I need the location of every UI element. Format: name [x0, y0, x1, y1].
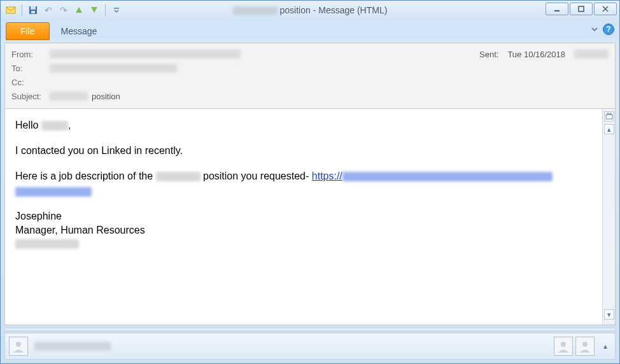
svg-marker-4: [76, 7, 82, 13]
prev-item-icon[interactable]: [73, 4, 85, 17]
message-body-frame: Hello , I contacted you on Linked in rec…: [4, 109, 616, 325]
redacted-title-prefix: [233, 6, 278, 15]
customize-qat-icon[interactable]: [110, 4, 123, 17]
greeting-prefix: Hello: [15, 120, 41, 130]
svg-rect-8: [579, 6, 584, 11]
window-title-suffix: position - Message (HTML): [280, 5, 388, 15]
redacted-recipient-name: [41, 121, 68, 130]
svg-rect-11: [606, 115, 612, 119]
svg-point-15: [582, 342, 588, 347]
svg-point-14: [561, 342, 566, 347]
redacted-link-path: [15, 187, 92, 197]
body-line-2: I contacted you on Linked in recently.: [15, 143, 592, 158]
qat-separator-2: [105, 4, 106, 16]
contact-avatar-1[interactable]: [554, 337, 573, 356]
sender-avatar[interactable]: [9, 337, 28, 356]
minimize-button[interactable]: [546, 3, 568, 15]
line3-part-b: position you requested-: [201, 171, 312, 181]
svg-rect-3: [31, 11, 35, 13]
to-row: To:: [11, 61, 609, 75]
scroll-down-button[interactable]: ▾: [604, 309, 614, 319]
expand-people-pane-icon[interactable]: ▴: [600, 340, 611, 352]
redacted-to-value: [50, 64, 177, 73]
redo-icon[interactable]: ↷: [57, 4, 70, 17]
from-row: From: Sent: Tue 10/16/2018: [11, 47, 609, 61]
file-tab[interactable]: File: [6, 22, 50, 40]
help-icon[interactable]: ?: [603, 24, 614, 35]
from-label: From:: [11, 50, 50, 59]
svg-marker-5: [91, 7, 97, 13]
save-icon[interactable]: [27, 4, 39, 17]
message-header: From: Sent: Tue 10/16/2018 To: Cc: Subje…: [4, 43, 616, 109]
to-label: To:: [11, 64, 50, 73]
signature-name: Josephine: [15, 209, 592, 223]
ribbon: File Message ?: [1, 20, 619, 40]
line3-part-a: Here is a job description of the: [15, 171, 156, 181]
subject-value-suffix: position: [92, 92, 120, 101]
signature-title: Manager, Human Resources: [15, 223, 592, 237]
redacted-signature-company: [15, 239, 79, 249]
redacted-sent-time: [574, 50, 609, 59]
cc-row: Cc:: [11, 75, 609, 89]
svg-point-13: [16, 342, 21, 347]
svg-rect-2: [31, 6, 36, 10]
undo-icon[interactable]: ↶: [42, 4, 55, 17]
sent-date: Tue 10/16/2018: [507, 50, 565, 59]
signature-block: Josephine Manager, Human Resources: [15, 209, 592, 251]
redacted-subject-prefix: [50, 92, 88, 101]
body-line-3: Here is a job description of the positio…: [15, 169, 592, 199]
scroll-up-button[interactable]: ▴: [604, 124, 614, 134]
redacted-link-host: [342, 172, 553, 181]
greeting-line: Hello ,: [15, 118, 592, 133]
window-controls: [546, 3, 617, 15]
cc-label: Cc:: [11, 78, 50, 87]
people-pane-separator[interactable]: [4, 328, 616, 332]
app-icon[interactable]: [4, 4, 17, 17]
related-toggle-icon[interactable]: [604, 111, 614, 122]
svg-rect-12: [607, 113, 611, 115]
outlook-message-window: ↶ ↷ position - Message (HTML): [0, 0, 620, 364]
sent-label: Sent:: [479, 50, 498, 59]
message-tab[interactable]: Message: [50, 22, 109, 40]
collapse-ribbon-icon[interactable]: [590, 25, 599, 34]
contact-avatar-2[interactable]: [575, 337, 595, 356]
subject-label: Subject:: [11, 92, 50, 101]
link-prefix: https://: [312, 171, 342, 181]
next-item-icon[interactable]: [88, 4, 101, 17]
quick-access-toolbar: ↶ ↷: [1, 4, 123, 17]
redacted-from-value: [50, 50, 241, 59]
title-bar: ↶ ↷ position - Message (HTML): [1, 1, 619, 20]
people-pane: ▴: [4, 333, 616, 360]
message-body: Hello , I contacted you on Linked in rec…: [5, 109, 602, 325]
subject-row: Subject: position: [11, 89, 609, 103]
close-button[interactable]: [594, 3, 617, 15]
greeting-suffix: ,: [68, 120, 71, 130]
maximize-button[interactable]: [570, 3, 593, 15]
qat-separator: [22, 4, 22, 16]
body-scroll-rail: ▴ ▾: [602, 109, 615, 325]
redacted-sender-name: [34, 342, 111, 351]
redacted-position: [156, 172, 201, 181]
